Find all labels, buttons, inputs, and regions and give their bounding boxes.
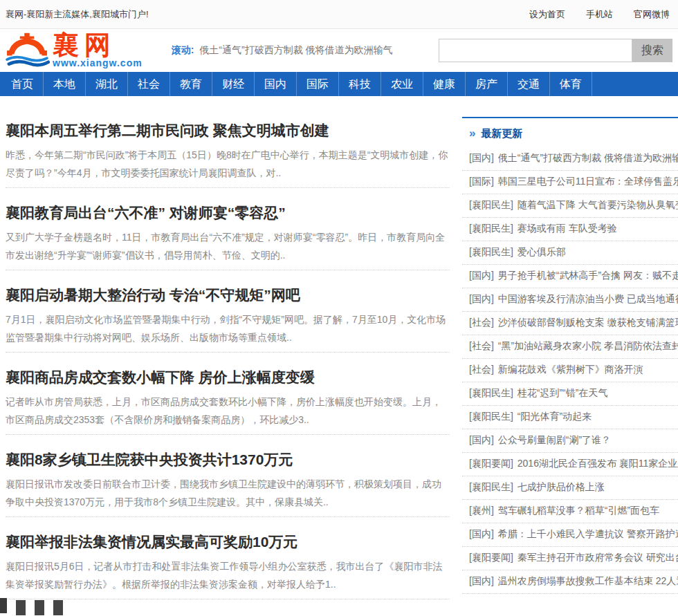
main-nav: 首页 本地 湖北 社会 教育 财经 国内 国际 科技 农业 健康 房产 <box>0 72 678 96</box>
article-excerpt: 昨悉，今年第二期“市民问政”将于本周五（15日）晚8时在广电中心举行，本期主题是… <box>6 146 450 187</box>
ticker-label: 滚动: <box>172 44 194 57</box>
sidebar-news-item[interactable]: [襄阳民生]赛场或有雨 车队受考验 <box>462 218 678 241</box>
article-title[interactable]: 襄阳8家乡镇卫生院获中央投资共计1370万元 <box>6 451 450 468</box>
news-category: [襄阳民生] <box>469 223 513 234</box>
search-button[interactable]: 搜索 <box>632 39 672 62</box>
article-item: 襄阳本周五举行第二期市民问政 聚焦文明城市创建 昨悉，今年第二期“市民问政”将于… <box>6 106 450 188</box>
news-category: [国际] <box>469 176 494 187</box>
sidebar-news-item[interactable]: [襄阳民生]桂花“迟到”“错”在天气 <box>462 382 678 406</box>
nav-item[interactable]: 交通 <box>508 72 550 96</box>
sidebar-news-item[interactable]: [襄阳民生]“阳光体育”动起来 <box>462 406 678 429</box>
topbar-link[interactable]: 设为首页 <box>529 8 565 21</box>
section-accent-bar <box>0 598 7 613</box>
news-title: 赛场或有雨 车队受考验 <box>517 223 617 234</box>
news-ticker: 滚动: 俄土“通气”打破西方制裁 俄将借道为欧洲输气 <box>172 44 393 57</box>
news-title: 公众号刷量闹剧“涮”了谁？ <box>498 434 611 445</box>
news-category: [国内] <box>469 575 494 586</box>
article-title[interactable]: 襄阳商品房成交套数小幅下降 房价上涨幅度变缓 <box>6 369 450 386</box>
news-title: 七成护肤品价格上涨 <box>517 481 605 492</box>
sidebar-news-item[interactable]: [国内]温州农房倒塌事故搜救工作基本结束 22人遇难 <box>462 570 678 594</box>
news-category: [社会] <box>469 317 494 328</box>
nav-item[interactable]: 健康 <box>423 72 466 96</box>
news-title: 男子抢手机被“武林高手”合擒 网友：贼不走运 <box>498 270 678 281</box>
search-area: 搜索 <box>439 39 672 62</box>
topbar-links: 设为首页 手机站 官网微博 <box>529 8 670 21</box>
article-excerpt: 襄阳日报讯5月6日，记者从市打击和处置非法集资工作领导小组办公室获悉，我市出台了… <box>6 557 450 599</box>
site-tagline: 襄网-襄阳新主流媒体,襄阳城市门户! <box>6 8 149 21</box>
sidebar-news-item[interactable]: [国内]男子抢手机被“武林高手”合擒 网友：贼不走运 <box>462 265 678 288</box>
news-category: [襄阳民生] <box>469 411 513 422</box>
article-title[interactable]: 襄阳举报非法集资情况属实最高可奖励10万元 <box>6 534 450 550</box>
news-title: “黑”加油站藏身农家小院 孝昌消防依法查封 <box>498 340 678 351</box>
sidebar-news-item[interactable]: [国内]俄土“通气”打破西方制裁 俄将借道为欧洲输气 <box>462 147 678 171</box>
sidebar-title: 最新更新 <box>481 127 522 140</box>
nav-item[interactable]: 财经 <box>212 72 255 96</box>
article-title[interactable]: 襄阳教育局出台“六不准” 对谢师宴“零容忍” <box>6 205 450 221</box>
article-item: 襄阳启动暑期大整治行动 专治“不守规矩”网吧 7月1日，襄阳启动文化市场监管暨暑… <box>6 270 450 353</box>
news-category: [国内] <box>469 293 494 304</box>
article-item: 襄阳8家乡镇卫生院获中央投资共计1370万元 襄阳日报讯市发改委日前联合市卫计委… <box>6 435 450 517</box>
news-title: 俄土“通气”打破西方制裁 俄将借道为欧洲输气 <box>498 152 678 163</box>
news-category: [襄阳要闻] <box>469 552 513 563</box>
sidebar-news-item[interactable]: [国内]公众号刷量闹剧“涮”了谁？ <box>462 429 678 453</box>
nav-item[interactable]: 农业 <box>381 72 423 96</box>
sidebar-news-item[interactable]: [襄阳民生]七成护肤品价格上涨 <box>462 476 678 500</box>
nav-item[interactable]: 国内 <box>255 72 297 96</box>
sidebar-news-item[interactable]: [社会]沙洋侦破部督制贩枪支案 缴获枪支铺满篮球场 <box>462 312 678 335</box>
article-excerpt: 又到广大学子金榜题名时，11日，市教育局出台“六不准”规定，对谢师宴“零容忍”。… <box>6 228 450 270</box>
logo-site-name: 襄网 <box>53 32 143 57</box>
news-title: 秦军主持召开市政府常务会议 研究出台襄阳 <box>517 552 678 563</box>
nav-item[interactable]: 教育 <box>170 72 212 96</box>
news-title: 新编花鼓戏《紫荆树下》商洛开演 <box>498 364 643 375</box>
sidebar-news-item[interactable]: [襄阳民生]爱心俱乐部 <box>462 241 678 265</box>
nav-item[interactable]: 科技 <box>339 72 381 96</box>
main-content: 襄阳本周五举行第二期市民问政 聚焦文明城市创建 昨悉，今年第二期“市民问政”将于… <box>0 96 678 599</box>
sidebar-news-item[interactable]: [社会]“黑”加油站藏身农家小院 孝昌消防依法查封 <box>462 335 678 359</box>
sidebar-news-item[interactable]: [国内]希腊：上千小难民入学遭抗议 警察开路护送入校 <box>462 523 678 547</box>
header: 襄网 www.xiangw.com 滚动: 俄土“通气”打破西方制裁 俄将借道为… <box>0 29 678 72</box>
nav-item[interactable]: 房产 <box>466 72 508 96</box>
sidebar-news-item[interactable]: [国际]韩国三星电子公司11日宣布：全球停售盖乐世 <box>462 171 678 194</box>
sidebar-news-item[interactable]: [襄阳要闻]秦军主持召开市政府常务会议 研究出台襄阳 <box>462 547 678 570</box>
article-item: 襄阳举报非法集资情况属实最高可奖励10万元 襄阳日报讯5月6日，记者从市打击和处… <box>6 517 450 599</box>
news-title: 中国游客埃及行清凉油当小费 已成当地通行货币 <box>498 293 678 304</box>
logo-pavilion-waves-icon <box>4 31 50 70</box>
sidebar-news-item[interactable]: [国内]中国游客埃及行清凉油当小费 已成当地通行货币 <box>462 288 678 312</box>
latest-updates-sidebar: » 最新更新 [国内]俄土“通气”打破西方制裁 俄将借道为欧洲输气 [国际]韩国… <box>462 117 678 599</box>
news-category: [襄阳要闻] <box>469 458 513 469</box>
news-title: 随着气温下降 大气首要污染物从臭氧变成 <box>517 199 678 210</box>
ticker-headline[interactable]: 俄土“通气”打破西方制裁 俄将借道为欧洲输气 <box>199 44 392 57</box>
news-title: 桂花“迟到”“错”在天气 <box>517 387 608 398</box>
article-item: 襄阳商品房成交套数小幅下降 房价上涨幅度变缓 记者昨从市房管局获悉，上月，市区商… <box>6 353 450 435</box>
nav-item[interactable]: 本地 <box>44 72 86 96</box>
article-excerpt: 记者昨从市房管局获悉，上月，市区商品房成交套数环比小幅下降，房价上涨幅度也开始变… <box>6 393 450 434</box>
sidebar-news-item[interactable]: [襄阳要闻]2016湖北民企百强发布 襄阳11家企业上榜 <box>462 453 678 476</box>
news-category: [襄阳民生] <box>469 387 513 398</box>
topbar-link[interactable]: 官网微博 <box>634 8 670 21</box>
nav-item[interactable]: 湖北 <box>86 72 128 96</box>
sidebar-news-item[interactable]: [襄州]驾车碾轧稻草没事？稻草“引燃”面包车 <box>462 500 678 523</box>
news-title: 沙洋侦破部督制贩枪支案 缴获枪支铺满篮球场 <box>498 317 678 328</box>
logo-domain: www.xiangw.com <box>53 57 143 68</box>
site-logo[interactable]: 襄网 www.xiangw.com <box>4 31 143 70</box>
next-section-partial-heading <box>0 598 63 616</box>
double-chevron-icon: » <box>469 127 475 140</box>
news-category: [国内] <box>469 528 494 539</box>
news-category: [社会] <box>469 340 494 351</box>
news-category: [国内] <box>469 152 494 163</box>
nav-item[interactable]: 首页 <box>1 72 44 96</box>
nav-item[interactable]: 社会 <box>128 72 170 96</box>
news-category: [襄阳民生] <box>469 246 513 257</box>
news-category: [襄阳民生] <box>469 199 513 210</box>
news-category: [国内] <box>469 270 494 281</box>
sidebar-news-item[interactable]: [襄阳民生]随着气温下降 大气首要污染物从臭氧变成 <box>462 194 678 218</box>
nav-item[interactable]: 体育 <box>550 72 592 96</box>
news-title: 爱心俱乐部 <box>517 246 566 257</box>
sidebar-news-item[interactable]: [社会]新编花鼓戏《紫荆树下》商洛开演 <box>462 359 678 382</box>
article-title[interactable]: 襄阳本周五举行第二期市民问政 聚焦文明城市创建 <box>6 122 450 139</box>
topbar-link[interactable]: 手机站 <box>586 8 613 21</box>
article-title[interactable]: 襄阳启动暑期大整治行动 专治“不守规矩”网吧 <box>6 287 450 304</box>
news-category: [襄阳民生] <box>469 481 513 492</box>
search-input[interactable] <box>439 39 632 62</box>
nav-item[interactable]: 国际 <box>297 72 339 96</box>
